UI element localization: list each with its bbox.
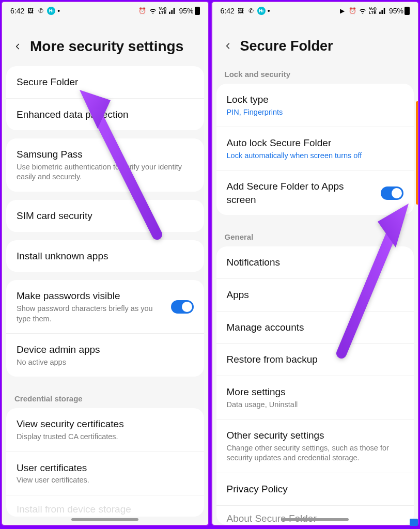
row-sub: Show password characters briefly as you … (17, 304, 165, 324)
row-sub: Data usage, Uninstall (227, 400, 398, 410)
row-title: Install from device storage (17, 503, 188, 516)
page-title: More security settings (30, 38, 183, 55)
row-title: Enhanced data protection (17, 108, 188, 121)
volte-icon: Vo))LTE (159, 7, 167, 15)
row-title: Secure Folder (17, 75, 188, 89)
row-title: More settings (227, 385, 398, 399)
page-title: Secure Folder (240, 38, 333, 54)
alarm-icon: ⏰ (348, 7, 356, 15)
toggle-passwords-visible[interactable] (171, 300, 194, 314)
clock: 6:42 (221, 7, 235, 15)
row-auto-lock[interactable]: Auto lock Secure Folder Lock automatical… (216, 127, 414, 170)
row-restore-backup[interactable]: Restore from backup (216, 344, 414, 376)
row-other-security-settings[interactable]: Other security settings Change other sec… (216, 419, 414, 473)
back-icon[interactable] (12, 39, 23, 54)
row-sim-card-security[interactable]: SIM card security (6, 200, 204, 232)
row-sub: Change other security settings, such as … (227, 443, 398, 463)
row-title: Notifications (227, 256, 398, 269)
gesture-bar[interactable] (71, 518, 138, 521)
row-add-to-apps-screen[interactable]: Add Secure Folder to Apps screen (216, 170, 414, 215)
status-bar: 6:42 🖼 ✆ Hi • ▶ ⏰ Vo))LTE 95% (212, 2, 418, 20)
section-header-credential-storage: Credential storage (2, 385, 208, 408)
image-icon: 🖼 (237, 7, 245, 15)
hi-icon: Hi (257, 7, 266, 15)
row-sub: Lock automatically when screen turns off (227, 151, 398, 161)
status-dot: • (268, 7, 270, 15)
row-make-passwords-visible[interactable]: Make passwords visible Show password cha… (6, 280, 204, 334)
row-privacy-policy[interactable]: Privacy Policy (216, 473, 414, 506)
row-notifications[interactable]: Notifications (216, 246, 414, 279)
row-title: View security certificates (17, 417, 188, 431)
row-enhanced-data-protection[interactable]: Enhanced data protection (6, 99, 204, 131)
gesture-bar[interactable] (282, 518, 349, 521)
phone-right: 6:42 🖼 ✆ Hi • ▶ ⏰ Vo))LTE 95% Secure Fol… (211, 1, 419, 526)
row-sub: No active apps (17, 357, 188, 368)
back-icon[interactable] (223, 39, 233, 53)
row-title: Samsung Pass (17, 148, 188, 161)
row-title: Manage accounts (227, 321, 398, 334)
section-header-lock: Lock and security (212, 60, 418, 84)
row-title: User certificates (17, 461, 188, 475)
row-title: Make passwords visible (17, 289, 165, 303)
status-dot: • (57, 7, 60, 15)
folder-icon (410, 519, 418, 526)
row-more-settings[interactable]: More settings Data usage, Uninstall (216, 376, 414, 419)
toggle-add-to-apps[interactable] (381, 186, 403, 200)
row-title: Auto lock Secure Folder (227, 136, 398, 150)
row-install-from-storage[interactable]: Install from device storage (6, 495, 204, 517)
volte-icon: Vo))LTE (369, 7, 377, 15)
row-title: Privacy Policy (227, 483, 398, 496)
row-sub: Use biometric authentication to verify y… (17, 162, 188, 182)
row-sub: Display trusted CA certificates. (17, 432, 188, 442)
row-device-admin-apps[interactable]: Device admin apps No active apps (6, 334, 204, 377)
signal-icon (168, 7, 177, 15)
clock: 6:42 (10, 7, 24, 15)
alarm-icon: ⏰ (138, 7, 147, 15)
row-secure-folder[interactable]: Secure Folder (6, 66, 204, 99)
wifi-icon (149, 7, 157, 15)
battery-indicator: 95% (179, 7, 199, 15)
whatsapp-icon: ✆ (247, 7, 255, 15)
battery-indicator: 95% (389, 7, 410, 15)
phone-left: 6:42 🖼 ✆ Hi • ⏰ Vo))LTE 95% More securit… (1, 1, 209, 526)
row-title: Restore from backup (227, 353, 398, 366)
hi-icon: Hi (47, 7, 55, 15)
wifi-icon (359, 7, 367, 15)
row-apps[interactable]: Apps (216, 279, 414, 312)
status-bar: 6:42 🖼 ✆ Hi • ⏰ Vo))LTE 95% (2, 2, 208, 20)
row-about-secure-folder[interactable]: About Secure Folder (216, 506, 414, 525)
row-sub: PIN, Fingerprints (227, 107, 398, 118)
row-title: Lock type (227, 93, 398, 106)
image-icon: 🖼 (26, 7, 35, 15)
row-title: Other security settings (227, 429, 398, 442)
whatsapp-icon: ✆ (37, 7, 45, 15)
row-title: SIM card security (17, 209, 188, 223)
row-title: Apps (227, 288, 398, 302)
row-title: Device admin apps (17, 343, 188, 356)
scroll-indicator (416, 101, 419, 205)
row-lock-type[interactable]: Lock type PIN, Fingerprints (216, 84, 414, 127)
youtube-icon: ▶ (338, 7, 346, 15)
row-title: Install unknown apps (17, 250, 188, 263)
row-sub: View user certificates. (17, 475, 188, 486)
screen-header: Secure Folder (212, 20, 418, 60)
row-install-unknown-apps[interactable]: Install unknown apps (6, 240, 204, 272)
row-user-certificates[interactable]: User certificates View user certificates… (6, 452, 204, 495)
section-header-general: General (212, 223, 418, 246)
row-view-security-certificates[interactable]: View security certificates Display trust… (6, 408, 204, 452)
row-samsung-pass[interactable]: Samsung Pass Use biometric authenticatio… (6, 138, 204, 192)
signal-icon (379, 7, 387, 15)
screen-header: More security settings (2, 20, 208, 66)
row-manage-accounts[interactable]: Manage accounts (216, 312, 414, 344)
row-title: Add Secure Folder to Apps screen (227, 180, 375, 206)
